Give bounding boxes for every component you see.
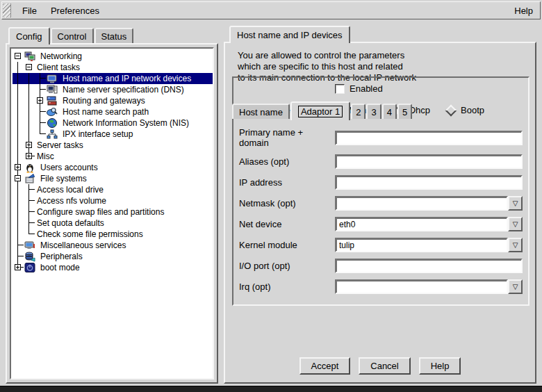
tree-guide (13, 218, 24, 229)
expander-plus-icon[interactable] (15, 164, 21, 170)
tree-guide (35, 84, 46, 95)
tab-adaptor-3[interactable]: 3 (366, 104, 381, 119)
tree-guide (24, 151, 35, 162)
expander-plus-icon[interactable] (26, 142, 32, 148)
aliases-opt-input[interactable] (335, 154, 523, 169)
tree-item-client-tasks[interactable]: Client tasks (13, 62, 213, 73)
field-row-aliases-opt: Aliases (opt) (239, 154, 523, 169)
field-label-i-o-port-opt: I/O port (opt) (239, 261, 335, 271)
tree-item-label: Host name and IP network devices (60, 74, 193, 83)
menubar-grip-handle[interactable] (3, 3, 11, 17)
tree-item-label: Name server specification (DNS) (60, 85, 186, 95)
penguin-icon (24, 162, 35, 173)
expander-minus-icon[interactable] (15, 53, 21, 59)
tree-item-file-systems[interactable]: File systems (13, 173, 213, 184)
tree-item-label: Users accounts (38, 163, 100, 172)
tree-guide (13, 84, 24, 95)
tree-item-configure-swap-files-and-partitions[interactable]: Configure swap files and partitions (13, 206, 213, 218)
tree-item-host-name-search-path[interactable]: Host name search path (13, 106, 213, 117)
host-ip-page: You are allowed to control the parameter… (224, 42, 536, 384)
expander-minus-icon[interactable] (26, 64, 32, 70)
dropdown-arrow-icon: ▽ (513, 284, 518, 291)
dropdown-arrow-icon: ▽ (513, 242, 518, 249)
tab-adaptor-adaptor-1[interactable]: Adaptor 1 (290, 101, 350, 120)
dropdown-button[interactable]: ▽ (508, 217, 523, 231)
kernel-module-input[interactable] (335, 238, 508, 252)
tab-control[interactable]: Control (51, 28, 94, 43)
tab-label: 5 (402, 107, 407, 117)
field-label-irq-opt: Irq (opt) (239, 281, 335, 292)
tab-host-name-and-ip-devices-label: Host name and IP devices (237, 30, 343, 40)
dropdown-button[interactable]: ▽ (508, 238, 523, 252)
primary-name-domain-input[interactable] (335, 131, 523, 145)
tree-guide (35, 73, 46, 84)
menu-item-file[interactable]: File (15, 3, 44, 18)
field-label-aliases-opt: Aliases (opt) (239, 156, 335, 167)
tree-item-boot-mode[interactable]: boot mode (13, 262, 213, 273)
tab-config[interactable]: Config (8, 27, 50, 44)
enabled-checkbox[interactable] (335, 84, 345, 94)
tree-item-host-name-and-ip-network-devices[interactable]: Host name and IP network devices (13, 73, 213, 84)
tree-guide (13, 251, 24, 262)
dropdown-button[interactable]: ▽ (508, 196, 523, 211)
tab-adaptor-4[interactable]: 4 (382, 104, 397, 119)
tree-item-label: boot mode (38, 263, 82, 272)
tree-item-peripherals[interactable]: Peripherals (13, 251, 213, 262)
tree-item-name-server-specification-dns[interactable]: Name server specification (DNS) (13, 84, 213, 95)
menu-item-help[interactable]: Help (507, 3, 540, 18)
expander-plus-icon[interactable] (26, 153, 32, 159)
config-tree[interactable]: NetworkingClient tasksHost name and IP n… (10, 47, 214, 379)
tab-adaptor-2[interactable]: 2 (351, 104, 366, 119)
tree-guide (35, 129, 46, 140)
radio-bootp[interactable]: Bootp (447, 105, 484, 115)
tree-item-access-local-drive[interactable]: Access local drive (13, 184, 213, 195)
tree-item-access-nfs-volume[interactable]: Access nfs volume (13, 195, 213, 206)
form-fields: Primary name + domainAliases (opt)IP add… (239, 127, 523, 294)
dropdown-button[interactable]: ▽ (508, 279, 523, 294)
right-tabrow: Host name and IP devices (229, 26, 351, 43)
tree-item-misc[interactable]: Misc (13, 151, 213, 162)
tab-host-name-and-ip-devices[interactable]: Host name and IP devices (229, 26, 350, 43)
tab-label: 2 (356, 107, 361, 117)
tree-item-label: Misc (35, 152, 56, 161)
tree-guide (35, 117, 46, 129)
tree-item-check-some-file-permissions[interactable]: Check some file permissions (13, 229, 213, 240)
routing-icon (47, 95, 58, 106)
tree-item-server-tasks[interactable]: Server tasks (13, 140, 213, 151)
tree-item-label: Miscellaneous services (38, 240, 128, 250)
field-label-kernel-module: Kernel module (239, 240, 335, 250)
tab-label: Adaptor 1 (301, 106, 340, 117)
tree-item-networking[interactable]: Networking (13, 51, 213, 62)
ip-address-input[interactable] (335, 175, 523, 190)
net-device-input[interactable] (335, 217, 508, 231)
tree-item-routing-and-gateways[interactable]: Routing and gateways (13, 95, 213, 106)
expander-plus-icon[interactable] (37, 97, 43, 104)
tab-adaptor-5[interactable]: 5 (397, 104, 412, 119)
irq-opt-input[interactable] (335, 279, 508, 294)
tree-item-set-quota-defaults[interactable]: Set quota defaults (13, 218, 213, 229)
tree-item-users-accounts[interactable]: Users accounts (13, 162, 213, 173)
accept-button[interactable]: Accept (299, 357, 351, 375)
menu-item-preferences[interactable]: Preferences (44, 3, 106, 18)
linuxconf-window: { "menubar": { "left": ["File", "Prefere… (0, 0, 542, 392)
help-button[interactable]: Help (419, 357, 461, 375)
tree-guide (13, 184, 24, 195)
i-o-port-opt-input[interactable] (335, 259, 523, 273)
netmask-opt-input[interactable] (335, 196, 508, 211)
tree-item-network-information-system-nis[interactable]: Network Information System (NIS) (13, 117, 213, 129)
tree-guide (13, 129, 24, 140)
tree-guide (13, 106, 24, 117)
cancel-button[interactable]: Cancel (359, 357, 410, 375)
tab-status[interactable]: Status (95, 28, 134, 43)
config-page: NetworkingClient tasksHost name and IP n… (6, 43, 218, 384)
tree-guide (24, 95, 35, 106)
menubar-right: Help (507, 3, 540, 18)
expander-minus-icon[interactable] (15, 175, 21, 181)
tree-item-miscellaneous-services[interactable]: Miscellaneous services (13, 240, 213, 251)
networking-icon (24, 51, 35, 62)
tree-item-label: Check some file permissions (35, 229, 145, 239)
expander-plus-icon[interactable] (15, 264, 21, 270)
tree-item-label: Server tasks (35, 140, 85, 150)
tab-adaptor-host-name[interactable]: Host name (232, 104, 290, 119)
tree-item-ipx-interface-setup[interactable]: IPX interface setup (13, 129, 213, 140)
